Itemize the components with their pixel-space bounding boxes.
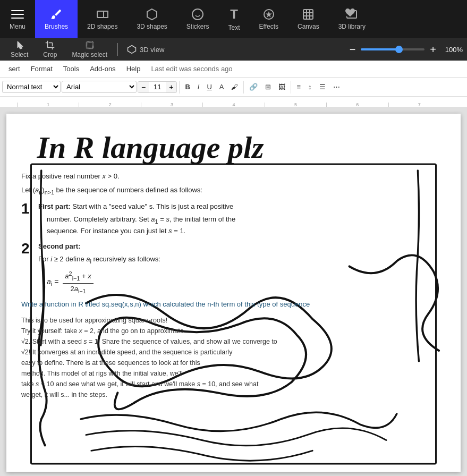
magic-select-label: Magic select (72, 51, 107, 58)
last-edit-label: Last edit was seconds ago (151, 65, 232, 73)
3d-view-label: 3D view (140, 46, 164, 54)
3dshapes-label: 3D shapes (137, 23, 167, 30)
menu-label: Menu (10, 23, 26, 30)
select-button[interactable]: Select (4, 38, 35, 61)
ruler-mark-3: 3 (141, 103, 202, 107)
list-button[interactable]: ☰ (316, 81, 329, 92)
number-1-label: 1 (21, 201, 32, 236)
more-formatting[interactable]: ⋯ (330, 81, 343, 92)
write-func-text: Write a function in R titled sq.seq(x,s,… (21, 299, 446, 310)
menu-bar: sert Format Tools Add-ons Help Last edit… (0, 61, 467, 78)
ruler-mark-1: 1 (17, 103, 79, 107)
fmt-sep-1 (179, 81, 180, 94)
zoom-slider-fill (361, 48, 399, 50)
zoom-percent-label: 100% (441, 46, 463, 54)
magic-select-button[interactable]: Magic select (65, 38, 114, 61)
ruler-mark-6: 6 (326, 103, 388, 107)
top-toolbar: Menu Brushes 2D shapes 3D shapes Sticker… (0, 0, 467, 38)
canvas-label: Canvas (298, 23, 319, 30)
font-select[interactable]: Arial Times New Roman Courier New (62, 81, 137, 93)
linespacing-button[interactable]: ↕ (305, 81, 315, 92)
highlight-button[interactable]: 🖌 (228, 81, 241, 92)
zoom-slider[interactable] (361, 48, 424, 50)
second-part-text: Second part: For i ≥ 2 define ai recursi… (38, 241, 160, 265)
font-size-decrease[interactable]: − (138, 82, 149, 92)
second-part-section: 2 Second part: For i ≥ 2 define ai recur… (21, 241, 446, 265)
text-style-select[interactable]: Normal text Heading 1 Heading 2 (2, 81, 61, 93)
stickers-button[interactable]: Stickers (177, 0, 219, 38)
align-button[interactable]: ≡ (293, 81, 304, 92)
zoom-slider-thumb (395, 46, 403, 53)
zoom-out-button[interactable]: − (347, 44, 358, 56)
svg-rect-3 (97, 11, 104, 18)
canvas-button[interactable]: Canvas (288, 0, 329, 38)
ruler: 1 2 3 4 5 6 7 (0, 97, 467, 107)
format-toolbar: Normal text Heading 1 Heading 2 Arial Ti… (0, 78, 467, 97)
ruler-mark-4: 4 (202, 103, 264, 107)
3dlibrary-label: 3D library (338, 23, 366, 30)
formula-numerator: a2i−1 + x (63, 269, 93, 283)
first-part-text: First part: Start with a "seed value" s.… (38, 201, 235, 236)
svg-marker-11 (128, 46, 136, 54)
intro-text: Fix a positive real number x > 0. (21, 171, 446, 182)
svg-rect-1 (11, 14, 24, 15)
sequence-def: Let (an)n>1 be the sequence of numbers d… (21, 185, 446, 197)
text-color-button[interactable]: A (216, 81, 227, 92)
menu-help[interactable]: Help (122, 63, 145, 75)
3dshapes-button[interactable]: 3D shapes (127, 0, 176, 38)
stickers-label: Stickers (186, 23, 209, 30)
ruler-mark-2: 2 (79, 103, 140, 107)
body-text-block: This is to be used for approximating squ… (21, 315, 446, 400)
fmt-sep-2 (243, 81, 244, 94)
bold-button[interactable]: B (182, 81, 193, 92)
brushes-label: Brushes (45, 23, 68, 30)
3dlibrary-button[interactable]: 3D library (329, 0, 375, 38)
menu-button[interactable]: Menu (0, 0, 35, 38)
formula-block: ai = a2i−1 + x 2ai−1 (47, 269, 446, 295)
menu-addons[interactable]: Add-ons (86, 63, 120, 75)
2dshapes-label: 2D shapes (87, 23, 117, 30)
select-label: Select (11, 51, 28, 58)
link-button[interactable]: 🔗 (246, 81, 261, 92)
zoom-in-button[interactable]: + (428, 44, 438, 56)
formula-denominator: 2ai−1 (68, 284, 88, 295)
italic-button[interactable]: I (194, 81, 203, 92)
svg-rect-2 (11, 18, 24, 19)
underline-button[interactable]: U (203, 81, 215, 92)
effects-label: Effects (259, 23, 278, 30)
number-2-label: 2 (21, 241, 32, 265)
document-page: In R language plz Fix a positive (6, 114, 461, 472)
menu-tools[interactable]: Tools (59, 63, 83, 75)
text-icon: T (230, 7, 238, 22)
svg-point-5 (192, 9, 203, 20)
ruler-content: 1 2 3 4 5 6 7 (0, 97, 467, 107)
font-size-input[interactable] (149, 83, 166, 91)
text-button[interactable]: T Text (219, 0, 250, 38)
menu-format[interactable]: Format (27, 63, 57, 75)
toolbar-separator-1 (117, 43, 117, 56)
3d-view-toggle[interactable]: 3D view (121, 42, 171, 56)
ruler-mark-5: 5 (265, 103, 326, 107)
svg-marker-4 (104, 11, 108, 18)
crop-button[interactable]: Crop (37, 38, 63, 61)
first-part-section: 1 First part: Start with a "seed value" … (21, 201, 446, 236)
font-size-increase[interactable]: + (166, 82, 176, 92)
text-label: Text (228, 24, 240, 31)
menu-insert[interactable]: sert (4, 63, 24, 75)
zoom-control: − + 100% (347, 44, 463, 56)
document-content: Fix a positive real number x > 0. Let (a… (6, 114, 461, 411)
2dshapes-button[interactable]: 2D shapes (78, 0, 127, 38)
svg-rect-0 (11, 10, 24, 11)
brushes-button[interactable]: Brushes (35, 0, 78, 38)
ruler-mark-7: 7 (388, 103, 450, 107)
svg-rect-6 (303, 10, 313, 19)
image-button[interactable]: 🖼 (275, 81, 288, 92)
insert-button[interactable]: ⊞ (262, 81, 274, 92)
font-size-control: − + (138, 81, 177, 93)
effects-button[interactable]: Effects (250, 0, 288, 38)
second-toolbar: Select Crop Magic select 3D view − + 100… (0, 38, 467, 61)
fmt-sep-3 (291, 81, 291, 94)
canvas-area[interactable]: In R language plz Fix a positive (0, 107, 467, 476)
crop-label: Crop (43, 51, 57, 58)
